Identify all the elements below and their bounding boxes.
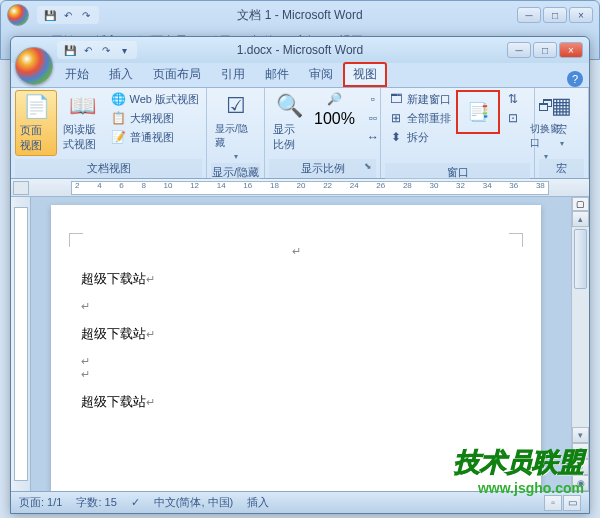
page-view-label: 页面视图 (20, 123, 52, 153)
reset-position-icon: ⊡ (505, 110, 521, 126)
new-window-button[interactable]: 🗔新建窗口 (385, 90, 454, 108)
group-document-views: 📄 页面视图 📖 阅读版式视图 🌐Web 版式视图 📋大纲视图 📝普通视图 文档… (11, 88, 207, 178)
split-button[interactable]: ⬍拆分 (385, 128, 454, 146)
tab-view[interactable]: 视图 (343, 62, 387, 87)
close-button-back[interactable]: × (569, 7, 593, 23)
tab-layout[interactable]: 页面布局 (143, 62, 211, 87)
sync-scroll-button[interactable]: ⇅ (502, 90, 524, 108)
ruler-toggle-button[interactable]: ▢ (572, 197, 589, 211)
chevron-down-icon: ▾ (234, 152, 238, 161)
group-window: 🗔新建窗口 ⊞全部重排 ⬍拆分 📑 ⇅ ⊡ 🗗 切换窗口 ▾ 窗口 (381, 88, 535, 178)
page-view-button[interactable]: 📄 页面视图 (15, 90, 57, 156)
paragraph-mark: ↵ (81, 368, 511, 381)
close-button[interactable]: × (559, 42, 583, 58)
status-view-buttons: ▫ ▭ (544, 495, 581, 511)
scroll-thumb[interactable] (574, 229, 587, 289)
help-icon[interactable]: ? (567, 71, 583, 87)
document-line[interactable]: 超级下载站↵ (81, 270, 511, 288)
show-hide-button[interactable]: ☑ 显示/隐藏 ▾ (211, 90, 260, 163)
status-language[interactable]: 中文(简体, 中国) (154, 495, 233, 510)
new-window-icon: 🗔 (388, 91, 404, 107)
margin-mark-tr (509, 233, 523, 247)
group-show-hide: ☑ 显示/隐藏 ▾ 显示/隐藏 (207, 88, 265, 178)
status-page[interactable]: 页面: 1/1 (19, 495, 62, 510)
back-titlebar: 💾 ↶ ↷ 文档 1 - Microsoft Word ─ □ × (1, 1, 599, 29)
macros-button[interactable]: ▦ 宏 ▾ (542, 90, 582, 150)
office-button-back[interactable] (7, 4, 29, 26)
document-line[interactable]: 超级下载站↵ (81, 393, 511, 411)
front-titlebar[interactable]: 💾 ↶ ↷ ▾ 1.docx - Microsoft Word ─ □ × (11, 37, 589, 63)
group-label-views: 文档视图 (15, 159, 202, 178)
arrange-all-button[interactable]: ⊞全部重排 (385, 109, 454, 127)
two-pages-icon: ▫▫ (365, 110, 381, 126)
outline-view-button[interactable]: 📋大纲视图 (108, 109, 202, 127)
page-view-icon: 📄 (20, 93, 52, 121)
zoom-100-button[interactable]: 🔎 100% (311, 90, 358, 129)
scroll-track[interactable] (572, 291, 589, 427)
reading-view-button[interactable]: 📖 阅读版式视图 (59, 90, 106, 154)
prev-page-button[interactable]: ◉ (572, 443, 589, 459)
maximize-button-back[interactable]: □ (543, 7, 567, 23)
paragraph-mark: ↵ (81, 355, 511, 368)
front-window-controls: ─ □ × (507, 42, 583, 58)
zoom-icon: 🔍 (273, 92, 305, 120)
status-print-view-icon[interactable]: ▫ (544, 495, 562, 511)
split-icon: ⬍ (388, 129, 404, 145)
status-insert-mode[interactable]: 插入 (247, 495, 269, 510)
minimize-button[interactable]: ─ (507, 42, 531, 58)
document-page[interactable]: ↵ 超级下载站↵ ↵ 超级下载站↵ ↵ ↵ 超级下载站↵ (51, 205, 541, 491)
vertical-scrollbar[interactable]: ▢ ▴ ▾ ◉ ○ ◉ (571, 197, 589, 491)
browse-object-button[interactable]: ○ (572, 459, 589, 475)
back-window-controls: ─ □ × (517, 7, 593, 23)
quick-access-toolbar: 💾 ↶ ↷ ▾ (57, 41, 137, 59)
front-window-title: 1.docx - Microsoft Word (237, 43, 363, 57)
side-by-side-button[interactable]: 📑 (456, 90, 500, 134)
tab-references[interactable]: 引用 (211, 62, 255, 87)
maximize-button[interactable]: □ (533, 42, 557, 58)
office-button[interactable] (15, 47, 53, 85)
tab-insert[interactable]: 插入 (99, 62, 143, 87)
tab-mailings[interactable]: 邮件 (255, 62, 299, 87)
vertical-ruler[interactable] (11, 197, 31, 491)
undo-icon[interactable]: ↶ (61, 8, 75, 22)
back-window-title: 文档 1 - Microsoft Word (237, 7, 362, 24)
reading-view-icon: 📖 (66, 92, 98, 120)
reading-view-label: 阅读版式视图 (63, 122, 102, 152)
group-zoom: 🔍 显示比例 🔎 100% ▫ ▫▫ ↔ 显示比例⬊ (265, 88, 381, 178)
web-view-button[interactable]: 🌐Web 版式视图 (108, 90, 202, 108)
scroll-down-button[interactable]: ▾ (572, 427, 589, 443)
next-page-button[interactable]: ◉ (572, 475, 589, 491)
tab-home[interactable]: 开始 (55, 62, 99, 87)
draft-view-button[interactable]: 📝普通视图 (108, 128, 202, 146)
document-body: ↵ 超级下载站↵ ↵ 超级下载站↵ ↵ ↵ 超级下载站↵ ▢ ▴ ▾ ◉ ○ ◉ (11, 197, 589, 491)
undo-icon[interactable]: ↶ (81, 43, 95, 57)
macros-icon: ▦ (546, 92, 578, 120)
status-proofing-icon[interactable]: ✓ (131, 496, 140, 509)
scroll-up-button[interactable]: ▴ (572, 211, 589, 227)
status-words[interactable]: 字数: 15 (76, 495, 116, 510)
document-area: 2468101214161820222426283032343638 ↵ 超级下… (11, 179, 589, 491)
foreground-word-window: 💾 ↶ ↷ ▾ 1.docx - Microsoft Word ─ □ × 开始… (10, 36, 590, 514)
ruler-corner[interactable] (13, 181, 29, 195)
horizontal-ruler[interactable]: 2468101214161820222426283032343638 (11, 179, 589, 197)
group-label-zoom: 显示比例⬊ (269, 159, 376, 178)
minimize-button-back[interactable]: ─ (517, 7, 541, 23)
sync-scroll-icon: ⇅ (505, 91, 521, 107)
redo-icon[interactable]: ↷ (99, 43, 113, 57)
dialog-launcher-icon[interactable]: ⬊ (362, 161, 374, 173)
tab-review[interactable]: 审阅 (299, 62, 343, 87)
save-icon[interactable]: 💾 (63, 43, 77, 57)
paragraph-mark: ↵ (81, 245, 511, 258)
chevron-down-icon: ▾ (560, 139, 564, 148)
save-icon[interactable]: 💾 (43, 8, 57, 22)
status-reading-view-icon[interactable]: ▭ (563, 495, 581, 511)
ruler-marks: 2468101214161820222426283032343638 (71, 181, 549, 190)
redo-icon[interactable]: ↷ (79, 8, 93, 22)
group-label-macros: 宏 (539, 159, 584, 178)
document-line[interactable]: 超级下载站↵ (81, 325, 511, 343)
group-macros: ▦ 宏 ▾ 宏 (535, 88, 589, 178)
qat-dropdown-icon[interactable]: ▾ (117, 43, 131, 57)
reset-position-button[interactable]: ⊡ (502, 109, 524, 127)
status-bar: 页面: 1/1 字数: 15 ✓ 中文(简体, 中国) 插入 ▫ ▭ (11, 491, 589, 513)
zoom-button[interactable]: 🔍 显示比例 (269, 90, 309, 154)
